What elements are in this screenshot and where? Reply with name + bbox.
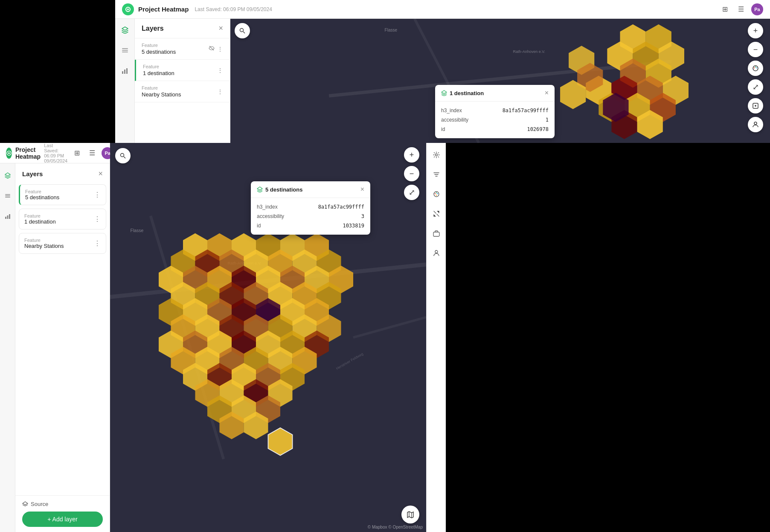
svg-rect-45 [5,217,6,219]
svg-line-50 [353,317,426,338]
bottom-layers-close[interactable]: × [98,169,103,178]
top-layers-panel: Layers × Feature 5 destinations [135,19,230,143]
bottom-header-title: Project Heatmap [15,146,41,160]
top-grid-btn[interactable]: ⊞ [719,3,731,15]
top-avatar: Pa [751,3,763,15]
bottom-zoom-out-btn[interactable]: − [404,166,419,181]
svg-rect-3 [122,52,128,52]
bottom-right-settings[interactable] [430,148,443,162]
top-map[interactable]: Flasse Rath-Anhoven e.V. [230,19,770,143]
svg-rect-42 [5,194,10,195]
top-list-btn[interactable]: ☰ [735,3,747,15]
svg-point-134 [435,250,438,253]
top-popup: 1 destination × h3_index 8a1fa57ac99ffff… [435,85,555,138]
bottom-layer-1-more[interactable]: ⋮ [94,215,101,223]
bottom-expand-btn[interactable]: ⤢ [404,185,419,200]
svg-point-36 [755,67,756,67]
top-layer-0-label: Feature [142,43,209,48]
top-person-btn[interactable] [748,117,763,132]
top-search-btn[interactable] [235,23,250,38]
svg-point-39 [754,122,757,125]
svg-rect-5 [124,70,125,74]
bottom-logo [6,148,12,159]
top-layer-item-1[interactable]: Feature 1 destination ⋮ [135,60,230,81]
bottom-popup: 5 destinations × h3_index 8a1fa57ac99fff… [251,181,370,235]
top-layer-2-name: Nearby Stations [142,91,217,98]
bottom-sidebar-icons [0,163,15,532]
top-layer-0-eye[interactable] [209,45,215,52]
bottom-header-saved: Last Saved: 06:09 PM 09/05/2024 [44,143,67,163]
bottom-right-expand[interactable] [430,207,443,221]
svg-rect-44 [5,197,10,198]
bottom-layer-0-label: Feature [25,189,59,194]
svg-point-41 [8,152,10,154]
svg-point-37 [756,67,757,68]
bottom-add-layer-btn[interactable]: + Add layer [22,512,103,527]
bottom-search-btn[interactable] [115,148,131,163]
svg-rect-1 [122,48,128,49]
top-zoom-out-btn[interactable]: − [748,42,763,57]
bottom-map[interactable]: Flasse Rath-Anhoven e.V. Herstriver Feld… [110,143,426,532]
bottom-source-label: Source [22,501,103,507]
top-list-nav[interactable] [118,44,132,57]
bottom-map-wrapper: Flasse Rath-Anhoven e.V. Herstriver Feld… [110,143,426,532]
bottom-layer-item-2[interactable]: Feature Nearby Stations ⋮ [19,233,106,254]
svg-point-0 [127,9,129,10]
bottom-layers-nav[interactable] [1,169,15,182]
svg-line-125 [124,157,125,158]
bottom-popup-close[interactable]: × [360,186,364,193]
svg-point-129 [434,193,435,194]
svg-point-35 [754,67,755,68]
bottom-sidebar: Project Heatmap Last Saved: 06:09 PM 09/… [0,143,110,532]
top-popup-close[interactable]: × [545,89,549,97]
bottom-layer-2-name: Nearby Stations [24,243,64,249]
top-settings-btn[interactable] [748,98,763,113]
bottom-list-nav[interactable] [1,189,15,203]
svg-rect-133 [433,232,439,236]
svg-rect-4 [122,71,123,74]
bottom-right-briefcase[interactable] [430,227,443,240]
top-expand-btn[interactable]: ⤢ [748,79,763,95]
bottom-popup-row-2: id 1033819 [257,221,364,230]
bottom-layer-0-more[interactable]: ⋮ [94,191,101,199]
bottom-layers-title: Layers [22,170,43,177]
top-layers-header: Layers × [135,19,230,38]
top-layer-item-2[interactable]: Feature Nearby Stations ⋮ [135,81,230,102]
black-right-area [446,143,770,532]
bottom-popup-row-1: accessibility 3 [257,212,364,221]
top-layer-item-0[interactable]: Feature 5 destinations ⋮ [135,38,230,60]
top-layer-1-label: Feature [143,64,217,69]
bottom-layer-1-name: 1 destination [24,218,56,225]
bottom-zoom-in-btn[interactable]: + [404,147,419,163]
black-left-area [0,0,115,143]
bottom-popup-row-0: h3_index 8a1fa57ac99ffff [257,202,364,212]
svg-point-130 [436,192,436,193]
bottom-layer-item-0[interactable]: Feature 5 destinations ⋮ [19,184,106,205]
top-zoom-in-btn[interactable]: + [748,23,763,38]
top-popup-row-1: accessibility 1 [441,115,549,125]
top-palette-btn[interactable] [748,61,763,76]
svg-marker-123 [268,428,293,456]
bottom-map-toggle-btn[interactable] [401,506,419,523]
bottom-grid-btn[interactable]: ⊞ [71,147,83,159]
top-layer-1-name: 1 destination [143,70,217,76]
top-layers-close[interactable]: × [218,24,223,33]
top-layer-0-name: 5 destinations [142,49,209,55]
bottom-right-person[interactable] [430,246,443,260]
svg-line-33 [243,32,245,33]
bottom-layer-1-label: Feature [24,213,56,218]
bottom-chart-nav[interactable] [1,209,15,223]
top-layer-0-more[interactable]: ⋮ [217,46,223,52]
bottom-right-filter[interactable] [430,168,443,181]
bottom-sidebar-footer: Source + Add layer [15,495,110,532]
top-layer-1-more[interactable]: ⋮ [217,67,223,74]
bottom-right-palette[interactable] [430,187,443,201]
svg-rect-2 [122,50,128,51]
bottom-list-btn[interactable]: ☰ [86,147,98,159]
top-popup-row-0: h3_index 8a1fa57ac99ffff [441,106,549,115]
top-layer-2-more[interactable]: ⋮ [217,88,223,95]
top-layers-nav[interactable] [118,23,132,37]
bottom-layer-2-more[interactable]: ⋮ [94,239,101,247]
top-chart-nav[interactable] [118,64,132,78]
bottom-layer-item-1[interactable]: Feature 1 destination ⋮ [19,209,106,230]
